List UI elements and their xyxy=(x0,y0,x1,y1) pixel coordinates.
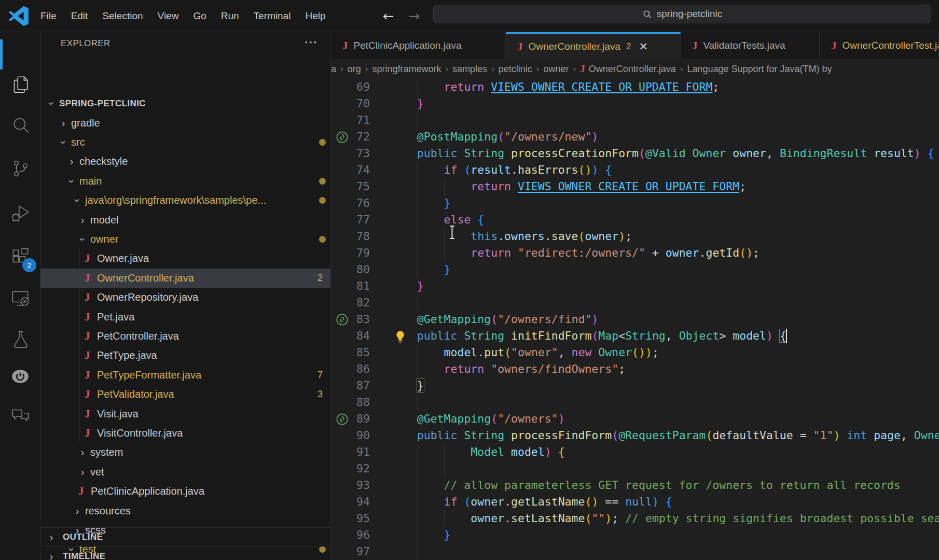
code-line-69[interactable]: 69 return VIEWS_OWNER_CREATE_OR_UPDATE_F… xyxy=(331,79,939,95)
breadcrumb-item[interactable]: owner xyxy=(544,64,569,75)
source-control-icon[interactable] xyxy=(10,158,31,178)
tree-item-petclinicapplication.java[interactable]: JPetClinicApplication.java xyxy=(40,482,331,501)
indent-guide xyxy=(417,460,418,477)
code-line-97[interactable]: 97 xyxy=(331,543,939,560)
code-line-71[interactable]: 71 xyxy=(331,112,939,129)
menu-help[interactable]: Help xyxy=(298,10,333,22)
code-line-95[interactable]: 95 owner.setLastName(""); // empty strin… xyxy=(331,510,939,527)
code-line-86[interactable]: 86 return "owners/findOwners"; xyxy=(331,361,939,377)
breadcrumb-item[interactable]: petclinic xyxy=(499,64,532,75)
code-text: // allow parameterless GET request for /… xyxy=(390,477,901,494)
breadcrumb-item[interactable]: org xyxy=(348,64,361,75)
tree-item-petvalidator.java[interactable]: JPetValidator.java3 xyxy=(40,385,331,404)
code-line-77[interactable]: 77 else { xyxy=(331,212,939,228)
tab-petclinicapplication-java[interactable]: JPetClinicApplication.java xyxy=(331,32,506,59)
command-center-search[interactable]: spring-petclinic xyxy=(433,5,931,23)
breadcrumb-symbol[interactable]: Language Support for Java(TM) by xyxy=(687,64,832,75)
comments-icon[interactable] xyxy=(10,405,31,426)
breadcrumb-item[interactable]: a xyxy=(331,64,336,75)
code-line-83[interactable]: 83 @GetMapping("/owners/find") xyxy=(331,311,939,328)
code-line-79[interactable]: 79 return "redirect:/owners/" + owner.ge… xyxy=(331,245,939,261)
close-icon[interactable]: ✕ xyxy=(639,40,648,53)
tree-item-visit.java[interactable]: JVisit.java xyxy=(40,404,331,423)
tree-item-label: OwnerController.java xyxy=(97,272,194,284)
code-line-90[interactable]: 90 public String processFindForm(@Reques… xyxy=(331,427,939,444)
timeline-label: TIMELINE xyxy=(63,551,106,560)
breadcrumb-item[interactable]: samples xyxy=(452,64,487,75)
spring-boot-dashboard-icon[interactable] xyxy=(10,366,31,387)
line-number: 69 xyxy=(331,79,370,95)
java-file-icon: J xyxy=(342,39,348,52)
tree-item-gradle[interactable]: ›gradle xyxy=(40,113,331,132)
search-icon[interactable] xyxy=(10,114,31,135)
breadcrumb-file[interactable]: OwnerController.java xyxy=(589,64,676,75)
code-line-94[interactable]: 94 if (owner.getLastName() == null) { xyxy=(331,494,939,510)
tree-item-java-org-springframework-samples-pe...[interactable]: ›java\org\springframework\samples\pe... xyxy=(40,191,331,210)
code-line-91[interactable]: 91 Model model) { xyxy=(331,444,939,460)
menu-file[interactable]: File xyxy=(33,10,64,22)
code-line-76[interactable]: 76 } xyxy=(331,195,939,212)
code-line-75[interactable]: 75 return VIEWS_OWNER_CREATE_OR_UPDATE_F… xyxy=(331,178,939,195)
code-line-84[interactable]: 84 public String initFindForm(Map<String… xyxy=(331,328,939,344)
code-text: return "owners/findOwners"; xyxy=(390,361,625,377)
tree-item-spring-petclinic[interactable]: ›SPRING-PETCLINIC xyxy=(40,94,331,113)
menu-terminal[interactable]: Terminal xyxy=(246,10,298,22)
explorer-icon[interactable] xyxy=(10,74,31,94)
tree-item-ownercontroller.java[interactable]: JOwnerController.java2 xyxy=(40,269,331,288)
remote-explorer-icon[interactable] xyxy=(10,287,31,308)
code-line-87[interactable]: 87 } xyxy=(331,377,939,394)
code-line-93[interactable]: 93 // allow parameterless GET request fo… xyxy=(331,477,939,494)
nav-back-button[interactable]: ← xyxy=(383,6,394,26)
menu-edit[interactable]: Edit xyxy=(64,10,95,22)
code-line-78[interactable]: 78 this.owners.save(owner); xyxy=(331,228,939,245)
tree-item-system[interactable]: ›system xyxy=(40,443,331,462)
breadcrumb-item[interactable]: springframework xyxy=(372,64,441,75)
code-line-70[interactable]: 70 } xyxy=(331,95,939,112)
code-line-88[interactable]: 88 xyxy=(331,394,939,411)
tree-item-pet.java[interactable]: JPet.java xyxy=(40,307,331,326)
menu-view[interactable]: View xyxy=(150,10,186,22)
tree-item-vet[interactable]: ›vet xyxy=(40,463,331,482)
tree-item-visitcontroller.java[interactable]: JVisitController.java xyxy=(40,424,331,443)
tree-item-owner[interactable]: ›owner xyxy=(40,230,331,249)
extensions-icon[interactable]: 2 xyxy=(10,247,31,268)
tree-item-src[interactable]: ›src xyxy=(40,133,331,152)
code-line-92[interactable]: 92 xyxy=(331,460,939,477)
java-file-icon: J xyxy=(580,63,585,75)
chevron-down-icon: › xyxy=(72,197,84,205)
code-line-81[interactable]: 81 } xyxy=(331,278,939,295)
code-line-80[interactable]: 80 } xyxy=(331,261,939,278)
code-line-72[interactable]: 72 @PostMapping("/owners/new") xyxy=(331,129,939,145)
tab-ownercontroller-java[interactable]: JOwnerController.java2✕ xyxy=(506,32,681,59)
line-number: 95 xyxy=(331,510,370,527)
tree-item-owner.java[interactable]: JOwner.java xyxy=(40,249,331,268)
menu-selection[interactable]: Selection xyxy=(95,10,150,22)
code-line-96[interactable]: 96 } xyxy=(331,527,939,543)
tree-item-petcontroller.java[interactable]: JPetController.java xyxy=(40,327,331,346)
tree-item-checkstyle[interactable]: ›checkstyle xyxy=(40,152,331,171)
more-actions-icon[interactable]: ⋯ xyxy=(304,34,317,50)
menu-run[interactable]: Run xyxy=(214,10,246,22)
tree-item-pettypeformatter.java[interactable]: JPetTypeFormatter.java7 xyxy=(40,366,331,385)
menu-go[interactable]: Go xyxy=(186,10,213,22)
nav-forward-button[interactable]: → xyxy=(409,6,420,26)
code-line-73[interactable]: 73 public String processCreationForm(@Va… xyxy=(331,145,939,162)
code-line-74[interactable]: 74 if (result.hasErrors()) { xyxy=(331,162,939,178)
code-line-85[interactable]: 85 model.put("owner", new Owner()); xyxy=(331,344,939,361)
testing-icon[interactable] xyxy=(10,329,31,349)
tree-item-resources[interactable]: ›resources xyxy=(40,501,331,520)
tree-item-main[interactable]: ›main xyxy=(40,172,331,191)
tree-item-pettype.java[interactable]: JPetType.java xyxy=(40,346,331,365)
breadcrumb[interactable]: a›org›springframework›samples›petclinic›… xyxy=(331,59,939,79)
tree-item-ownerrepository.java[interactable]: JOwnerRepository.java xyxy=(40,288,331,307)
tab-ownercontrollertest-java[interactable]: JOwnerControllerTest.java xyxy=(820,32,939,59)
code-line-89[interactable]: 89 @GetMapping("/owners") xyxy=(331,411,939,427)
java-file-icon: J xyxy=(85,408,90,421)
tab-validatortests-java[interactable]: JValidatorTests.java xyxy=(681,32,820,59)
outline-section[interactable]: › OUTLINE xyxy=(40,527,331,547)
code-line-82[interactable]: 82 xyxy=(331,295,939,311)
timeline-section[interactable]: › TIMELINE xyxy=(40,547,331,560)
code-editor[interactable]: 69 return VIEWS_OWNER_CREATE_OR_UPDATE_F… xyxy=(331,79,939,560)
tree-item-model[interactable]: ›model xyxy=(40,210,331,229)
run-debug-icon[interactable] xyxy=(10,202,31,223)
